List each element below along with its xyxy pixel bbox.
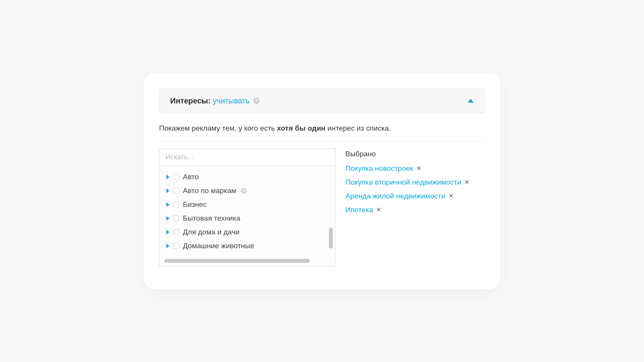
section-description: Покажем рекламу тем, у кого есть хотя бы…: [159, 124, 485, 133]
tree-item[interactable]: Для дома и дачи: [166, 225, 328, 239]
divider: [159, 141, 485, 141]
chevron-right-icon[interactable]: [166, 216, 169, 221]
help-icon[interactable]: ?: [241, 188, 247, 194]
horizontal-scrollbar[interactable]: [164, 259, 310, 263]
close-icon[interactable]: ✕: [449, 193, 453, 199]
help-icon[interactable]: ?: [253, 98, 260, 104]
checkbox[interactable]: [173, 229, 179, 235]
close-icon[interactable]: ✕: [376, 207, 381, 213]
tree-item[interactable]: Домашние животные: [166, 239, 328, 253]
selected-item: Покупка новостроек ✕: [345, 164, 485, 173]
tree-item-label: Авто по маркам: [183, 187, 236, 195]
desc-post: интерес из списка.: [325, 124, 391, 132]
tree-item-label: Домашние животные: [183, 242, 254, 250]
header-mode-link[interactable]: учитывать: [213, 97, 250, 105]
tree-item[interactable]: Авто по маркам ?: [166, 184, 328, 198]
tree-item-label: Бытовая техника: [183, 214, 240, 223]
search-wrap: [159, 148, 335, 166]
header-label: Интересы:: [170, 97, 210, 105]
chevron-right-icon[interactable]: [166, 230, 169, 234]
chevron-right-icon[interactable]: [166, 244, 169, 248]
selected-item: Аренда жилой недвижимости ✕: [345, 192, 485, 200]
tree-item[interactable]: Авто: [166, 170, 328, 184]
selected-title: Выбрано: [345, 150, 485, 158]
tree-item[interactable]: Бизнес: [166, 198, 328, 211]
header-title-group: Интересы: учитывать ?: [170, 97, 260, 105]
selected-item: Покупка вторичной недвижимости ✕: [345, 178, 485, 187]
tree-item-label: Авто: [183, 173, 199, 181]
interests-picker: Авто Авто по маркам ? Бизнес: [159, 148, 335, 266]
tree-item-label: Для дома и дачи: [183, 228, 240, 236]
chevron-right-icon[interactable]: [166, 188, 169, 193]
content-row: Авто Авто по маркам ? Бизнес: [159, 148, 485, 266]
chevron-right-icon[interactable]: [166, 202, 169, 207]
close-icon[interactable]: ✕: [464, 179, 469, 185]
section-header[interactable]: Интересы: учитывать ?: [159, 88, 485, 113]
checkbox[interactable]: [173, 215, 179, 221]
vertical-scrollbar[interactable]: [329, 228, 333, 249]
selected-item: Ипотека ✕: [345, 206, 485, 214]
selected-item-label[interactable]: Покупка новостроек: [345, 164, 413, 173]
checkbox[interactable]: [173, 174, 179, 180]
selected-item-label[interactable]: Покупка вторичной недвижимости: [345, 178, 461, 187]
chevron-up-icon[interactable]: [468, 99, 474, 103]
chevron-right-icon[interactable]: [166, 175, 169, 179]
close-icon[interactable]: ✕: [416, 165, 421, 172]
selected-panel: Выбрано Покупка новостроек ✕ Покупка вто…: [345, 148, 485, 266]
interests-card: Интересы: учитывать ? Покажем рекламу те…: [144, 73, 500, 289]
search-input[interactable]: [159, 149, 335, 166]
tree-item[interactable]: Бытовая техника: [166, 211, 328, 225]
interests-tree: Авто Авто по маркам ? Бизнес: [159, 166, 335, 266]
desc-pre: Покажем рекламу тем, у кого есть: [159, 124, 277, 132]
checkbox[interactable]: [173, 201, 179, 207]
selected-item-label[interactable]: Ипотека: [345, 206, 373, 214]
selected-list: Покупка новостроек ✕ Покупка вторичной н…: [345, 164, 485, 214]
tree-item-label: Бизнес: [183, 200, 207, 209]
checkbox[interactable]: [173, 188, 179, 193]
checkbox[interactable]: [173, 243, 179, 249]
desc-strong: хотя бы один: [277, 124, 325, 132]
selected-item-label[interactable]: Аренда жилой недвижимости: [345, 192, 445, 200]
interests-tree-inner: Авто Авто по маркам ? Бизнес: [159, 170, 335, 254]
